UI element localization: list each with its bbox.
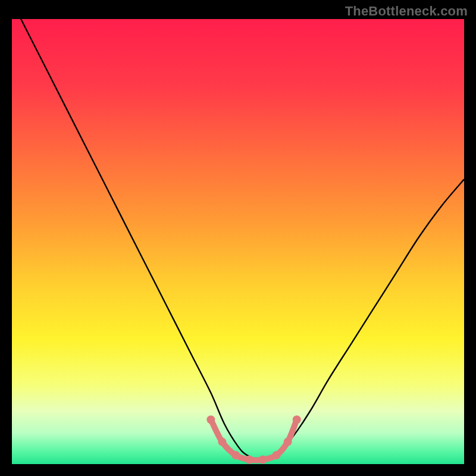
chart-frame: TheBottleneck.com xyxy=(0,0,476,476)
bottleneck-chart xyxy=(12,19,464,464)
highlight-dot xyxy=(259,456,267,464)
highlight-dot xyxy=(284,438,292,446)
highlight-dot xyxy=(231,451,240,459)
gradient-background xyxy=(12,19,464,464)
highlight-dot xyxy=(273,451,281,459)
highlight-dot xyxy=(218,438,226,446)
plot-area xyxy=(12,19,464,464)
highlight-dot xyxy=(206,415,215,424)
highlight-dot xyxy=(293,415,301,424)
highlight-dot xyxy=(245,456,253,464)
watermark-text: TheBottleneck.com xyxy=(345,4,468,19)
